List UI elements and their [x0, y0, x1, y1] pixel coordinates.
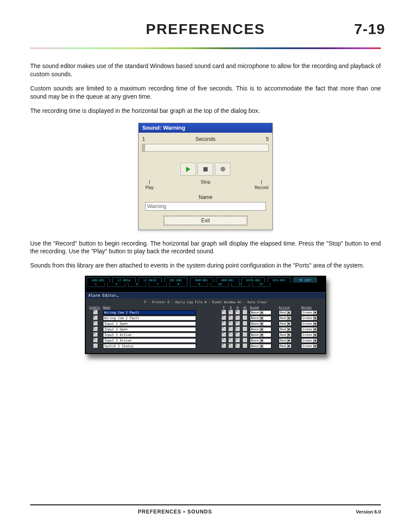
name-input[interactable]: Warning — [145, 202, 266, 211]
page-header: PREFERENCES 7-19 — [30, 17, 381, 43]
row-name-input[interactable]: Wiring Com 1 Fault — [103, 310, 196, 315]
w-checkbox[interactable] — [236, 333, 240, 336]
p-checkbox[interactable] — [222, 310, 226, 314]
p-checkbox[interactable] — [222, 344, 226, 348]
enable-checkbox[interactable] — [93, 316, 97, 320]
recording-progress — [142, 144, 269, 152]
w-checkbox[interactable] — [236, 310, 240, 314]
stop-icon — [203, 167, 208, 171]
row-name-input[interactable]: Wiring Com 2 Fault — [103, 316, 196, 320]
ac-checkbox[interactable] — [243, 310, 247, 314]
sound-select[interactable]: None▼ — [250, 344, 271, 348]
normal-color-select[interactable]: Green▼ — [301, 327, 318, 332]
d-checkbox[interactable] — [229, 321, 233, 325]
header-divider — [30, 47, 381, 49]
alarm-editor-title: Alarm Editor… — [86, 292, 325, 299]
w-checkbox[interactable] — [236, 321, 240, 325]
chevron-down-icon: ▼ — [260, 322, 264, 326]
table-row: Switch 1 StatusNone▼Red▼Green▼ — [88, 343, 323, 349]
row-name-input[interactable]: Input 2 Active — [103, 338, 196, 343]
normal-color-select[interactable]: Green▼ — [301, 321, 318, 326]
sound-select[interactable]: None▼ — [250, 310, 271, 315]
d-checkbox[interactable] — [229, 327, 233, 331]
row-name-input[interactable]: Input 1 Open — [103, 321, 196, 326]
chevron-down-icon: ▼ — [313, 339, 317, 342]
col-ac: AC — [241, 305, 249, 310]
active-color-select[interactable]: Red▼ — [279, 316, 292, 320]
normal-color-select[interactable]: Green▼ — [301, 310, 318, 315]
alarm-tab[interactable]: UVIR-001 — [242, 277, 265, 283]
ac-checkbox[interactable] — [243, 338, 247, 342]
enable-checkbox[interactable] — [93, 338, 97, 342]
normal-color-select[interactable]: Green▼ — [301, 338, 318, 343]
stop-button[interactable] — [198, 163, 213, 176]
row-name-input[interactable]: Switch 1 Status — [103, 344, 196, 348]
active-color-select[interactable]: Red▼ — [279, 327, 292, 332]
enable-checkbox[interactable] — [93, 333, 97, 336]
alarm-tab[interactable]: RAM-001 — [190, 277, 213, 283]
alarm-tab[interactable]: ARM-001 — [216, 277, 239, 283]
alarm-tab[interactable]: IDC-001 — [164, 277, 187, 283]
p-checkbox[interactable] — [222, 338, 226, 342]
ac-checkbox[interactable] — [243, 327, 247, 331]
normal-color-select[interactable]: Green▼ — [301, 316, 318, 320]
p-checkbox[interactable] — [222, 333, 226, 336]
d-checkbox[interactable] — [229, 316, 233, 320]
w-checkbox[interactable] — [236, 316, 240, 320]
active-color-select[interactable]: Red▼ — [279, 321, 292, 326]
exit-button[interactable]: Exit — [164, 216, 247, 225]
record-button[interactable] — [215, 163, 230, 176]
alarm-tab[interactable]: HOU-001 — [87, 277, 110, 283]
w-checkbox[interactable] — [236, 338, 240, 342]
play-button[interactable] — [181, 163, 196, 176]
table-row: Wiring Com 1 FaultNone▼Red▼Green▼ — [88, 310, 323, 315]
alarm-tab-number: 1 — [87, 283, 105, 287]
ac-checkbox[interactable] — [243, 344, 247, 348]
d-checkbox[interactable] — [229, 310, 233, 314]
active-color-select[interactable]: Red▼ — [279, 310, 292, 315]
normal-color-select[interactable]: Green▼ — [301, 333, 318, 337]
p-checkbox[interactable] — [222, 321, 226, 325]
alarm-tab[interactable]: DCU-001 — [268, 277, 291, 283]
chevron-down-icon: ▼ — [287, 317, 291, 320]
sound-select[interactable]: None▼ — [250, 316, 271, 320]
alarm-legend: P - Printer D - Daily Log File W - Event… — [88, 300, 323, 304]
alarm-tab[interactable]: LC-001B — [138, 277, 162, 283]
ac-checkbox[interactable] — [243, 316, 247, 320]
alarm-tab[interactable]: *R 125* — [293, 277, 317, 283]
active-color-select[interactable]: Red▼ — [279, 338, 292, 343]
table-row: Input 2 OpenNone▼Red▼Green▼ — [88, 327, 323, 332]
ac-checkbox[interactable] — [243, 321, 247, 325]
table-row: Input 1 ActiveNone▼Red▼Green▼ — [88, 332, 323, 338]
sound-select[interactable]: None▼ — [250, 321, 271, 326]
d-checkbox[interactable] — [229, 344, 233, 348]
enable-checkbox[interactable] — [93, 321, 97, 325]
row-name-input[interactable]: Input 2 Open — [103, 327, 196, 332]
w-checkbox[interactable] — [236, 327, 240, 331]
table-row: Wiring Com 2 FaultNone▼Red▼Green▼ — [88, 315, 323, 321]
w-checkbox[interactable] — [236, 344, 240, 348]
alarm-tab[interactable]: LC-001A — [112, 277, 136, 283]
enable-checkbox[interactable] — [93, 344, 97, 348]
sound-select[interactable]: None▼ — [250, 327, 271, 332]
sound-select[interactable]: None▼ — [250, 338, 271, 343]
ac-checkbox[interactable] — [243, 333, 247, 336]
table-row: Input 1 OpenNone▼Red▼Green▼ — [88, 321, 323, 327]
normal-color-select[interactable]: Green▼ — [301, 344, 318, 348]
active-color-select[interactable]: Red▼ — [279, 344, 292, 348]
p-checkbox[interactable] — [222, 327, 226, 331]
transport-labels: |Play Stop |Record — [142, 179, 269, 190]
chevron-down-icon: ▼ — [287, 345, 291, 348]
progress-bar-fill — [143, 144, 145, 151]
d-checkbox[interactable] — [229, 333, 233, 336]
enable-checkbox[interactable] — [93, 310, 97, 314]
seconds-scale: 1 Seconds 5 — [142, 136, 269, 142]
p-checkbox[interactable] — [222, 316, 226, 320]
active-color-select[interactable]: Red▼ — [279, 333, 292, 337]
chevron-down-icon: ▼ — [313, 328, 317, 331]
d-checkbox[interactable] — [229, 338, 233, 342]
sound-select[interactable]: None▼ — [250, 333, 271, 337]
alarm-tab-number: 9 — [190, 283, 208, 287]
enable-checkbox[interactable] — [93, 327, 97, 331]
row-name-input[interactable]: Input 1 Active — [103, 333, 196, 337]
